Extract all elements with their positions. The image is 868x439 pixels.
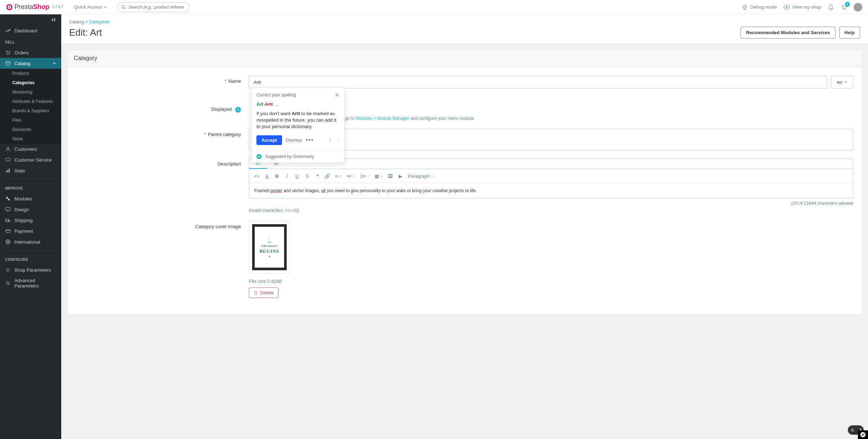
paragraph-button[interactable]: Paragraph	[406, 171, 436, 181]
sidebar-sub-attributes[interactable]: Attributes & Features	[0, 97, 61, 106]
sidebar-item-shop-params[interactable]: Shop Parameters	[0, 264, 61, 275]
breadcrumb: Catalog > Categories	[69, 19, 860, 24]
source-code-button[interactable]: <>	[252, 171, 261, 181]
suggestion: Art Artt …	[256, 101, 339, 107]
bold-button[interactable]: B	[272, 171, 282, 181]
help-button[interactable]: Help	[839, 27, 860, 39]
sidebar-item-adv-params[interactable]: Advanced Parameters	[0, 275, 61, 291]
quick-access-label: Quick Access	[74, 4, 102, 10]
poster-text-3: BEGINS	[259, 248, 279, 254]
sidebar-item-orders[interactable]: Orders	[0, 47, 61, 58]
truck-icon	[5, 217, 11, 223]
svg-point-2	[9, 6, 10, 8]
bullet-list-button[interactable]: •≡	[345, 171, 357, 181]
breadcrumb-1[interactable]: Catalog	[69, 19, 84, 24]
collapse-sidebar-button[interactable]	[0, 14, 61, 25]
cover-image-preview[interactable]: ☾ The Adventure BEGINS ▲	[249, 221, 290, 273]
svg-rect-21	[6, 208, 10, 211]
keep-word: Art	[256, 101, 263, 107]
sidebar-sub-stock[interactable]: Stock	[0, 134, 61, 144]
table-button[interactable]: ▦	[372, 171, 385, 181]
cart-icon	[5, 50, 11, 55]
parent-label: *Parent category	[76, 129, 249, 137]
sidebar-item-stats[interactable]: Stats	[0, 165, 61, 176]
sidebar: Dashboard SELL Orders Catalog Products C…	[0, 14, 61, 321]
search-input[interactable]	[117, 2, 189, 12]
recommended-modules-button[interactable]: Recommended Modules and Services	[741, 27, 835, 39]
svg-line-4	[124, 8, 125, 9]
debug-mode-link[interactable]: Debug mode	[742, 4, 777, 10]
delete-button[interactable]: Delete	[249, 288, 278, 298]
italic-button[interactable]: I	[282, 171, 292, 181]
more-icon[interactable]: •••	[306, 137, 314, 143]
cart-icon-wrap[interactable]: 4	[841, 4, 847, 10]
link-button[interactable]: 🔗	[323, 171, 332, 181]
displayed-label: Displayed i	[76, 104, 249, 113]
grammarly-icon: G	[256, 154, 261, 159]
breadcrumb-2[interactable]: Categories	[89, 19, 110, 24]
sidebar-item-international[interactable]: International	[0, 236, 61, 247]
improve-section-title: IMPROVE	[0, 182, 61, 193]
description-control: en uk <> A B I U S ❝ 🔗 ≡	[249, 158, 853, 213]
editor-content[interactable]: Framed poster and vector images, all you…	[249, 183, 853, 198]
svg-rect-19	[8, 169, 8, 172]
headset-icon	[5, 157, 11, 163]
video-button[interactable]: ▶	[396, 171, 405, 181]
next-icon[interactable]: ›	[338, 137, 339, 143]
breadcrumb-sep: >	[84, 19, 89, 24]
info-icon[interactable]: i	[235, 107, 241, 113]
sidebar-sub-monitoring[interactable]: Monitoring	[0, 87, 61, 97]
bell-icon[interactable]	[828, 4, 834, 10]
quick-access-menu[interactable]: Quick Access	[74, 4, 107, 10]
strike-word: Artt	[264, 101, 273, 107]
image-button[interactable]: 🖼	[386, 171, 395, 181]
sidebar-item-label: Customers	[14, 146, 37, 152]
sidebar-item-payment[interactable]: Payment	[0, 226, 61, 236]
sidebar-sub-categories[interactable]: Categories	[0, 78, 61, 87]
popup-actions: Accept Dismiss ••• ‹ ›	[256, 135, 339, 145]
strike-button[interactable]: S	[303, 171, 312, 181]
number-list-button[interactable]: 1≡	[358, 171, 372, 181]
sidebar-item-label: Advanced Parameters	[14, 278, 56, 289]
close-icon[interactable]: ✕	[335, 92, 339, 98]
version-label: 1.7.8.7	[52, 5, 63, 9]
sidebar-item-catalog[interactable]: Catalog	[0, 58, 61, 69]
avatar[interactable]	[854, 3, 862, 12]
lang-select[interactable]: en	[831, 76, 853, 89]
svg-rect-23	[5, 219, 8, 221]
sidebar-item-design[interactable]: Design	[0, 204, 61, 215]
panel-body: *Name en In Correct your spelling	[67, 67, 862, 314]
view-shop-link[interactable]: View my shop	[783, 4, 821, 10]
panel-title: Category	[67, 50, 862, 67]
accept-button[interactable]: Accept	[256, 135, 282, 145]
editor-toolbar: <> A B I U S ❝ 🔗 ≡ •≡ 1≡ ▦ 🖼	[249, 169, 853, 183]
sidebar-item-modules[interactable]: Modules	[0, 193, 61, 204]
form-row-cover: Category cover image ☾ The Adventure BEG…	[76, 221, 853, 298]
sidebar-sub-discounts[interactable]: Discounts	[0, 125, 61, 134]
logo[interactable]: PrestaShop	[6, 3, 49, 11]
sidebar-sub-products[interactable]: Products	[0, 69, 61, 78]
cover-control: ☾ The Adventure BEGINS ▲ File size 5.82k…	[249, 221, 853, 298]
dismiss-button[interactable]: Dismiss	[286, 137, 302, 143]
divider	[4, 179, 57, 179]
sidebar-item-shipping[interactable]: Shipping	[0, 215, 61, 226]
quote-button[interactable]: ❝	[313, 171, 322, 181]
modules-link[interactable]: Modules > Module Manager	[356, 116, 410, 121]
name-input[interactable]	[249, 76, 827, 89]
text-color-button[interactable]: A	[262, 171, 272, 181]
prev-icon[interactable]: ‹	[330, 137, 331, 143]
sidebar-item-label: Catalog	[14, 61, 31, 66]
align-button[interactable]: ≡	[333, 171, 344, 181]
form-row-displayed: Displayed i , go to Modules > Module Man…	[76, 104, 853, 121]
sidebar-sub-files[interactable]: Files	[0, 116, 61, 125]
form-row-name: *Name en In Correct your spelling	[76, 76, 853, 96]
sidebar-item-label: Modules	[14, 196, 32, 202]
sidebar-item-dashboard[interactable]: Dashboard	[0, 25, 61, 36]
sidebar-item-customers[interactable]: Customers	[0, 144, 61, 154]
svg-rect-26	[6, 230, 10, 232]
underline-button[interactable]: U	[292, 171, 302, 181]
sidebar-item-customer-service[interactable]: Customer Service	[0, 154, 61, 165]
top-bar: PrestaShop 1.7.8.7 Quick Access Debug mo…	[0, 0, 868, 14]
sidebar-item-label: Dashboard	[14, 28, 37, 33]
sidebar-sub-brands[interactable]: Brands & Suppliers	[0, 106, 61, 116]
